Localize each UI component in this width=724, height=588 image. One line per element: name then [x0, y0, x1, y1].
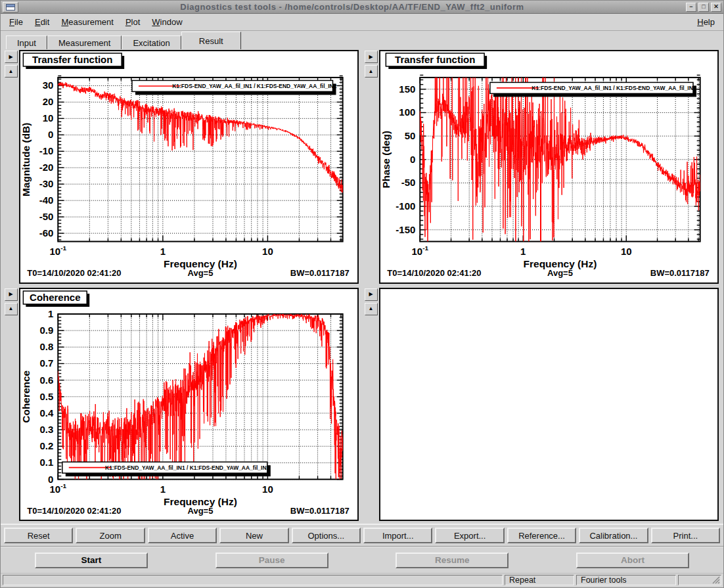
- toolbar-button-options[interactable]: Options...: [292, 528, 361, 543]
- chart-footer: T0=14/10/2020 02:41:20Avg=5BW=0.0117187: [27, 269, 349, 279]
- chart-trace: [420, 78, 700, 242]
- chart-title-box: Transfer function: [23, 53, 124, 69]
- svg-text:-150: -150: [396, 224, 415, 235]
- plot-expand-button[interactable]: ▶: [365, 288, 378, 301]
- chart-footer: T0=14/10/2020 02:41:20Avg=5BW=0.0117187: [27, 506, 349, 516]
- svg-text:0: 0: [48, 129, 53, 140]
- svg-text:50: 50: [405, 130, 416, 141]
- svg-text:1: 1: [520, 246, 526, 257]
- menu-item-edit[interactable]: Edit: [29, 15, 55, 29]
- y-axis-title: Coherence: [20, 370, 32, 422]
- footer-avg: Avg=5: [188, 506, 214, 516]
- tab-input[interactable]: Input: [6, 35, 47, 49]
- footer-t0: T0=14/10/2020 02:41:20: [27, 506, 121, 516]
- minimize-button[interactable]: −: [686, 3, 696, 12]
- toolbar-button-print[interactable]: Print...: [651, 528, 720, 543]
- svg-text:10-1: 10-1: [50, 244, 67, 257]
- plot-side-buttons: ▶▲: [363, 288, 379, 522]
- toolbar-button-zoom[interactable]: Zoom: [76, 528, 145, 543]
- status-fourier-tools-panel: Fourier tools: [576, 575, 676, 585]
- toolbar-button-reference[interactable]: Reference...: [507, 528, 576, 543]
- window-icon: [6, 4, 15, 11]
- resume-button: Resume: [396, 553, 509, 568]
- svg-text:20: 20: [43, 96, 54, 107]
- chart-title-box: Transfer function: [386, 53, 487, 69]
- title-bar[interactable]: Diagnostics test tools - /home/controls/…: [1, 1, 723, 14]
- menu-item-help[interactable]: Help: [691, 15, 721, 29]
- menu-item-measurement[interactable]: Measurement: [55, 15, 120, 29]
- x-axis-title: Frequency (Hz): [524, 258, 597, 269]
- start-button[interactable]: Start: [35, 553, 148, 568]
- svg-text:0.1: 0.1: [39, 457, 53, 468]
- svg-text:-100: -100: [396, 200, 415, 212]
- close-button[interactable]: ✕: [711, 3, 721, 12]
- toolbar-button-export[interactable]: Export...: [435, 528, 504, 543]
- plot-collapse-button[interactable]: ▲: [5, 65, 18, 78]
- chart-legend: K1:FDS-END_YAW_AA_fil_IN1 / K1:FDS-END_Y…: [62, 462, 271, 476]
- plot-collapse-button[interactable]: ▲: [365, 65, 378, 78]
- plot-expand-button[interactable]: ▶: [5, 51, 18, 63]
- chart-footer: T0=14/10/2020 02:41:20Avg=5BW=0.0117187: [387, 269, 709, 279]
- svg-text:10-1: 10-1: [50, 482, 67, 494]
- toolbar-button-import[interactable]: Import...: [363, 528, 432, 543]
- status-repeat-panel: Repeat: [505, 575, 574, 585]
- svg-text:0.7: 0.7: [39, 357, 53, 369]
- window-title: Diagnostics test tools - /home/controls/…: [18, 2, 686, 12]
- footer-avg: Avg=5: [188, 269, 214, 279]
- pause-button: Pause: [215, 553, 328, 568]
- plot-expand-button[interactable]: ▶: [5, 288, 18, 301]
- menu-item-file[interactable]: File: [3, 15, 29, 29]
- plot-collapse-button[interactable]: ▲: [5, 303, 18, 315]
- quadrant-1: ▶▲150100500-50-100-15010-1110Frequency (…: [363, 50, 719, 284]
- chart-title-box: Coherence: [23, 290, 89, 306]
- legend-label: K1:FDS-END_YAW_AA_fil_IN1 / K1:FDS-END_Y…: [172, 83, 336, 89]
- svg-text:0.2: 0.2: [39, 440, 53, 451]
- menu-item-window[interactable]: Window: [146, 15, 188, 29]
- menu-item-plot[interactable]: Plot: [120, 15, 146, 29]
- toolbar-button-calibration[interactable]: Calibration...: [579, 528, 648, 543]
- chart-title: Transfer function: [32, 54, 112, 65]
- svg-text:-10: -10: [39, 145, 54, 156]
- svg-text:-30: -30: [39, 178, 54, 189]
- tab-excitation[interactable]: Excitation: [122, 35, 181, 49]
- coherence-panel-chart: 10.90.80.70.60.50.40.30.20.1010-1110Freq…: [20, 289, 357, 520]
- svg-text:1: 1: [48, 307, 53, 319]
- svg-text:1: 1: [160, 483, 166, 494]
- status-message-panel: [3, 575, 503, 585]
- chart-trace: [58, 82, 342, 192]
- toolbar-button-reset[interactable]: Reset: [4, 528, 73, 543]
- toolbar-button-new[interactable]: New: [219, 528, 288, 543]
- svg-text:0.6: 0.6: [39, 374, 53, 385]
- plot-expand-button[interactable]: ▶: [365, 51, 378, 63]
- chart-root: 10.90.80.70.60.50.40.30.20.1010-1110Freq…: [20, 290, 349, 516]
- y-axis-title: Phase (deg): [380, 131, 392, 189]
- quadrant-2: ▶▲10.90.80.70.60.50.40.30.20.1010-1110Fr…: [3, 288, 359, 522]
- maximize-button[interactable]: □: [698, 3, 709, 12]
- tab-measurement[interactable]: Measurement: [47, 35, 122, 49]
- transfer-function-phase-panel[interactable]: 150100500-50-100-15010-1110Frequency (Hz…: [379, 50, 719, 284]
- toolbar-button-active[interactable]: Active: [148, 528, 217, 543]
- chart-legend: K1:FDS-END_YAW_AA_fil_IN1 / K1:FDS-END_Y…: [490, 82, 696, 97]
- svg-text:-60: -60: [39, 227, 54, 238]
- coherence-panel[interactable]: 10.90.80.70.60.50.40.30.20.1010-1110Freq…: [19, 288, 359, 522]
- chart-legend: K1:FDS-END_YAW_AA_fil_IN1 / K1:FDS-END_Y…: [132, 80, 337, 95]
- footer-t0: T0=14/10/2020 02:41:20: [27, 269, 121, 279]
- svg-text:10: 10: [262, 246, 273, 257]
- x-axis-title: Frequency (Hz): [164, 495, 237, 507]
- empty-plot-panel[interactable]: [379, 288, 719, 522]
- transfer-function-magnitude-panel[interactable]: 3020100-10-20-30-40-50-6010-1110Frequenc…: [19, 50, 359, 284]
- window-menu-button[interactable]: [3, 2, 18, 12]
- svg-text:10-1: 10-1: [412, 244, 429, 257]
- chart-title: Transfer function: [395, 54, 475, 65]
- footer-avg: Avg=5: [547, 269, 573, 279]
- plot-side-buttons: ▶▲: [3, 288, 19, 522]
- plot-collapse-button[interactable]: ▲: [365, 303, 378, 315]
- abort-button: Abort: [576, 553, 689, 568]
- footer-bw: BW=0.0117187: [290, 269, 350, 279]
- resize-grip[interactable]: [711, 575, 720, 584]
- svg-text:10: 10: [43, 112, 54, 124]
- tab-result[interactable]: Result: [181, 32, 241, 49]
- menu-bar: FileEditMeasurementPlotWindowHelp: [1, 14, 723, 31]
- footer-bw: BW=0.0117187: [290, 506, 350, 516]
- chart-root: 150100500-50-100-15010-1110Frequency (Hz…: [380, 53, 709, 279]
